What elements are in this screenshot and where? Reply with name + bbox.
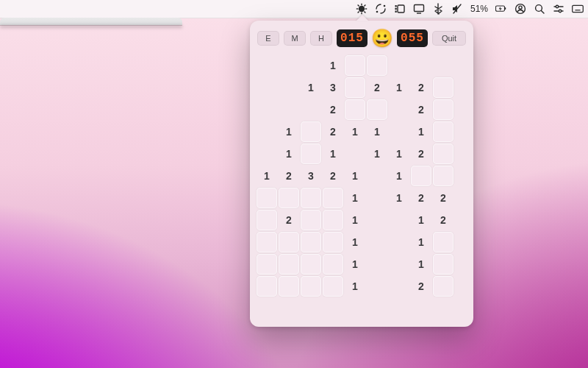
cell-4-8[interactable] <box>433 144 453 164</box>
cell-7-8: 2 <box>432 209 454 231</box>
cell-9-2[interactable] <box>301 254 321 275</box>
svg-point-25 <box>556 5 558 7</box>
cell-9-4: 1 <box>344 253 366 275</box>
bluetooth-icon[interactable] <box>432 3 444 15</box>
cell-0-4[interactable] <box>345 55 365 76</box>
cell-5-0: 1 <box>256 165 278 187</box>
cell-6-7: 2 <box>410 187 432 209</box>
cell-3-6 <box>388 121 410 143</box>
cell-7-3[interactable] <box>323 210 343 230</box>
battery-charging-icon[interactable] <box>495 3 507 15</box>
cell-5-6: 1 <box>388 165 410 187</box>
cell-9-0[interactable] <box>257 254 277 275</box>
cell-9-3[interactable] <box>323 254 343 275</box>
svg-point-0 <box>359 6 365 12</box>
svg-point-10 <box>384 5 386 7</box>
reset-face-button[interactable]: 😀 <box>372 28 392 49</box>
cell-10-2[interactable] <box>301 276 321 297</box>
cell-1-4[interactable] <box>345 77 365 98</box>
cell-11-7 <box>410 297 432 319</box>
cell-3-2[interactable] <box>301 121 321 142</box>
difficulty-hard-button[interactable]: H <box>310 31 332 46</box>
cell-2-1 <box>278 99 300 121</box>
cell-2-8[interactable] <box>433 99 453 120</box>
cell-11-6 <box>388 297 410 319</box>
cell-1-7: 2 <box>410 77 432 99</box>
cell-6-0[interactable] <box>257 188 277 208</box>
cell-8-6 <box>388 231 410 253</box>
cell-5-7[interactable] <box>411 166 431 186</box>
svg-rect-13 <box>395 8 396 10</box>
cell-10-8[interactable] <box>433 276 453 297</box>
cell-11-0 <box>256 297 278 319</box>
svg-point-9 <box>376 11 379 13</box>
cell-7-7: 1 <box>410 209 432 231</box>
cell-11-1 <box>278 297 300 319</box>
cell-8-3[interactable] <box>323 232 343 252</box>
difficulty-medium-button[interactable]: M <box>284 31 306 46</box>
cell-11-8 <box>432 297 454 319</box>
cell-6-3[interactable] <box>323 188 343 208</box>
difficulty-easy-button[interactable]: E <box>257 31 279 46</box>
svg-rect-11 <box>398 5 404 13</box>
volume-muted-icon[interactable] <box>451 3 463 15</box>
cell-8-1[interactable] <box>279 232 299 252</box>
cell-8-4: 1 <box>344 231 366 253</box>
cell-4-2[interactable] <box>301 144 321 164</box>
cell-1-3: 3 <box>322 77 344 99</box>
cell-6-8: 2 <box>432 187 454 209</box>
stage-manager-icon[interactable] <box>394 3 406 15</box>
cell-8-0[interactable] <box>257 232 277 252</box>
cell-0-6 <box>388 54 410 77</box>
svg-rect-12 <box>395 5 396 7</box>
cell-2-5[interactable] <box>367 99 387 120</box>
svg-rect-15 <box>414 5 423 12</box>
cell-7-2[interactable] <box>301 210 321 230</box>
cell-7-0[interactable] <box>257 210 277 230</box>
cell-9-8[interactable] <box>433 254 453 275</box>
spotlight-icon[interactable] <box>534 3 545 15</box>
cell-10-3[interactable] <box>323 276 343 297</box>
game-toolbar: E M H 015 😀 055 Quit <box>257 28 466 49</box>
cell-3-1: 1 <box>278 121 300 143</box>
cell-1-5: 2 <box>366 77 388 99</box>
timer-counter: 055 <box>397 29 428 47</box>
cell-4-7: 2 <box>410 143 432 165</box>
cell-3-8[interactable] <box>433 121 453 142</box>
cell-7-4: 1 <box>344 209 366 231</box>
user-switch-icon[interactable] <box>514 3 526 15</box>
cell-9-1[interactable] <box>279 254 299 275</box>
cell-1-8[interactable] <box>433 77 453 98</box>
svg-line-7 <box>364 5 365 7</box>
cell-11-2 <box>300 297 322 319</box>
control-center-icon[interactable] <box>553 3 564 15</box>
quit-button[interactable]: Quit <box>432 31 466 46</box>
cell-2-4[interactable] <box>345 99 365 120</box>
cell-10-5 <box>366 275 388 297</box>
cell-10-1[interactable] <box>279 276 299 297</box>
svg-line-5 <box>358 5 359 7</box>
macos-menubar: 51% <box>0 0 588 18</box>
keyboard-input-icon[interactable] <box>572 3 584 15</box>
cell-11-5 <box>366 297 388 319</box>
cell-5-8[interactable] <box>433 166 453 186</box>
svg-point-27 <box>559 10 561 12</box>
cell-10-0[interactable] <box>257 276 277 297</box>
background-window-titlebar <box>0 18 182 25</box>
cell-6-1[interactable] <box>279 188 299 208</box>
svg-line-6 <box>364 11 365 13</box>
menubar-app-icon[interactable] <box>356 3 368 15</box>
cell-1-6: 1 <box>388 77 410 99</box>
cell-6-2[interactable] <box>301 188 321 208</box>
cell-8-2[interactable] <box>301 232 321 252</box>
cell-8-8[interactable] <box>433 232 453 252</box>
vpn-icon[interactable] <box>375 3 387 15</box>
cell-0-5[interactable] <box>367 55 387 76</box>
cell-4-6: 1 <box>388 143 410 165</box>
cell-0-0 <box>256 54 278 77</box>
display-icon[interactable] <box>413 3 425 15</box>
battery-percent-text: 51% <box>470 4 488 14</box>
cell-8-5 <box>366 231 388 253</box>
cell-3-5: 1 <box>366 121 388 143</box>
cell-9-7: 1 <box>410 253 432 275</box>
